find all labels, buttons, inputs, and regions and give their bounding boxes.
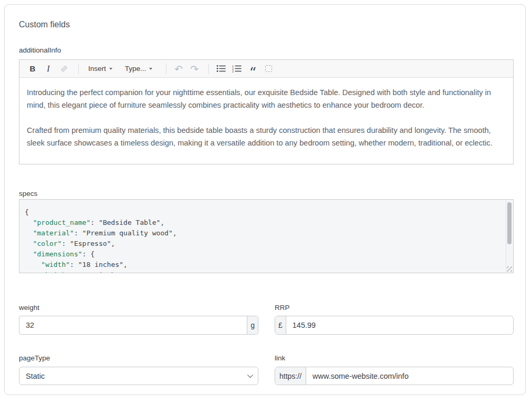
dashed-box-icon[interactable] <box>262 62 275 76</box>
rrp-input-group: £ <box>275 316 514 335</box>
bold-button[interactable]: B <box>26 62 39 76</box>
bullet-list-icon[interactable] <box>214 62 228 76</box>
chevron-down-icon <box>109 68 112 70</box>
svg-text:3: 3 <box>232 70 234 73</box>
undo-icon[interactable]: ↶ <box>172 62 185 76</box>
scrollbar-thumb[interactable] <box>507 202 512 244</box>
weight-label: weight <box>19 304 39 312</box>
card-title: Custom fields <box>19 20 70 29</box>
rte-content[interactable]: Introducing the perfect companion for yo… <box>19 78 513 149</box>
specs-label: specs <box>19 190 37 198</box>
weight-input-group: g <box>19 316 258 335</box>
pagetype-select-wrap: Static <box>19 367 258 385</box>
currency-prefix: £ <box>275 316 286 334</box>
specs-code-editor[interactable]: { "product_name": "Bedside Table", "mate… <box>19 199 514 273</box>
numbered-list-icon[interactable]: 1 2 3 <box>230 62 244 76</box>
protocol-prefix: https:// <box>275 367 306 385</box>
rrp-input[interactable] <box>286 316 513 334</box>
specs-code: { "product_name": "Bedside Table", "mate… <box>19 200 513 273</box>
insert-dropdown[interactable]: Insert <box>84 62 117 76</box>
pagetype-label: pageType <box>19 354 50 362</box>
rrp-label: RRP <box>275 304 290 312</box>
toolbar-divider <box>78 64 79 74</box>
weight-unit-suffix: g <box>247 316 258 334</box>
redo-icon[interactable]: ↷ <box>187 62 201 76</box>
blockquote-icon[interactable]: “ <box>246 62 259 76</box>
custom-fields-card: Custom fields additionalInfo B I Insert … <box>4 4 526 395</box>
paragraph: Introducing the perfect companion for yo… <box>27 86 505 111</box>
additionalinfo-label: additionalInfo <box>19 46 61 54</box>
italic-button[interactable]: I <box>41 62 55 76</box>
scrollbar-track[interactable] <box>506 200 513 272</box>
rte-toolbar: B I Insert Type... ↶ ↷ <box>19 60 513 78</box>
paragraph: Crafted from premium quality materials, … <box>27 124 505 149</box>
link-input[interactable] <box>306 367 513 385</box>
weight-input[interactable] <box>19 316 247 334</box>
link-icon[interactable] <box>57 62 71 76</box>
link-label: link <box>275 354 285 362</box>
toolbar-divider <box>208 64 209 74</box>
rich-text-editor: B I Insert Type... ↶ ↷ <box>19 59 514 164</box>
chevron-down-icon <box>149 68 152 70</box>
toolbar-divider <box>166 64 166 74</box>
resize-grip-icon[interactable] <box>507 266 512 272</box>
pagetype-select[interactable]: Static <box>19 367 258 385</box>
type-dropdown[interactable]: Type... <box>121 62 157 76</box>
link-input-group: https:// <box>275 367 514 385</box>
